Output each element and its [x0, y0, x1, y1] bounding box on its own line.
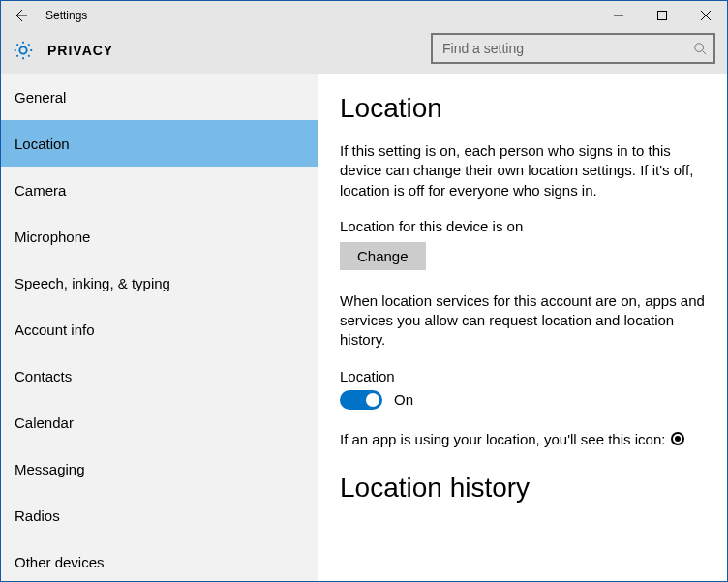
maximize-button[interactable]	[640, 1, 683, 30]
intro-text: If this setting is on, each person who s…	[340, 141, 706, 200]
minimize-button[interactable]	[596, 1, 640, 30]
header-bar: PRIVACY	[1, 30, 727, 74]
toggle-label: Location	[340, 368, 706, 384]
location-icon-note: If an app is using your location, you'll…	[340, 431, 706, 447]
sidebar-item-label: Messaging	[15, 461, 85, 477]
sidebar-item-label: Calendar	[15, 414, 74, 431]
sidebar-item-label: Location	[15, 136, 70, 152]
location-in-use-icon	[671, 432, 684, 445]
settings-window: Settings PRIVACY GeneralLocationCameraMi…	[0, 0, 728, 582]
sidebar-item-label: Microphone	[15, 229, 90, 245]
icon-note-text: If an app is using your location, you'll…	[340, 431, 665, 447]
sidebar-item-other-devices[interactable]: Other devices	[1, 538, 318, 581]
search-input[interactable]	[433, 35, 686, 62]
sidebar-item-label: Other devices	[15, 554, 105, 570]
sidebar: GeneralLocationCameraMicrophoneSpeech, i…	[1, 74, 318, 581]
sidebar-item-contacts[interactable]: Contacts	[1, 352, 318, 399]
sidebar-item-label: Speech, inking, & typing	[15, 275, 170, 291]
window-title: Settings	[46, 9, 87, 22]
svg-point-1	[695, 43, 704, 51]
back-arrow-icon	[13, 8, 28, 23]
page-title: PRIVACY	[47, 43, 113, 58]
sidebar-item-speech-inking-typing[interactable]: Speech, inking, & typing	[1, 260, 318, 306]
maximize-icon	[657, 11, 667, 20]
change-button[interactable]: Change	[340, 242, 426, 270]
sidebar-item-label: Account info	[15, 322, 95, 338]
sidebar-item-messaging[interactable]: Messaging	[1, 445, 318, 492]
toggle-knob	[366, 393, 379, 407]
device-location-status: Location for this device is on	[340, 218, 706, 234]
close-button[interactable]	[683, 1, 727, 30]
location-toggle-row: On	[340, 390, 706, 410]
sidebar-item-label: Contacts	[15, 368, 72, 384]
sidebar-item-general[interactable]: General	[1, 74, 318, 120]
section-heading-location-history: Location history	[340, 473, 706, 504]
section-heading-location: Location	[340, 93, 706, 124]
sidebar-item-label: Camera	[15, 182, 66, 199]
content-body: GeneralLocationCameraMicrophoneSpeech, i…	[1, 74, 727, 581]
sidebar-item-account-info[interactable]: Account info	[1, 306, 318, 352]
minimize-icon	[614, 11, 623, 20]
sidebar-item-label: Radios	[15, 507, 60, 524]
toggle-state: On	[394, 391, 413, 408]
svg-rect-0	[657, 12, 666, 20]
location-toggle[interactable]	[340, 390, 382, 410]
main-panel: Location If this setting is on, each per…	[318, 74, 727, 581]
sidebar-item-label: General	[15, 89, 66, 106]
sidebar-item-radios[interactable]: Radios	[1, 492, 318, 538]
titlebar: Settings	[1, 1, 727, 30]
sidebar-item-microphone[interactable]: Microphone	[1, 213, 318, 260]
close-icon	[701, 11, 711, 20]
back-button[interactable]	[1, 1, 40, 30]
sidebar-item-calendar[interactable]: Calendar	[1, 399, 318, 445]
sidebar-item-location[interactable]: Location	[1, 120, 318, 167]
search-box[interactable]	[431, 33, 715, 64]
account-note: When location services for this account …	[340, 291, 706, 351]
sidebar-item-camera[interactable]: Camera	[1, 167, 318, 213]
search-icon	[686, 42, 713, 55]
gear-icon	[13, 40, 34, 61]
